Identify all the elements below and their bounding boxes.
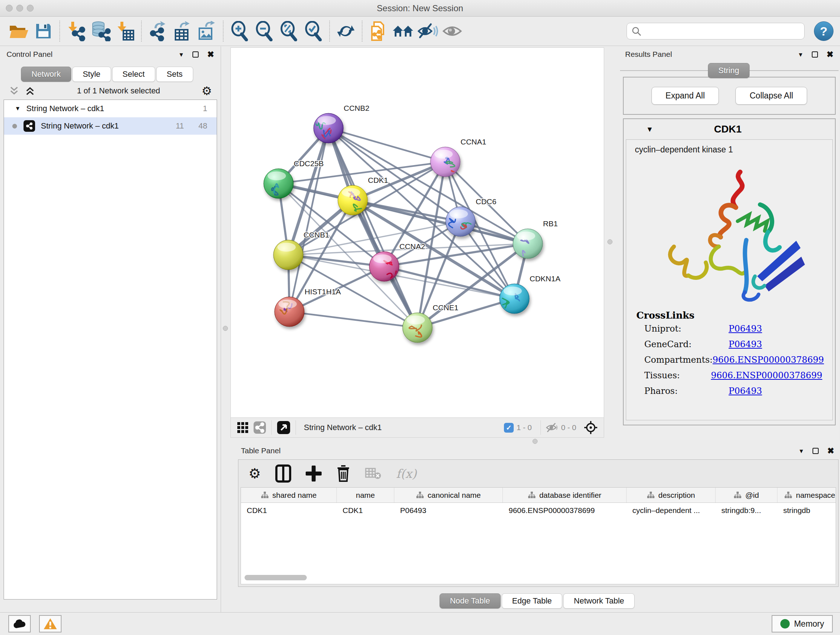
node-CDC6[interactable]: [446, 207, 475, 236]
node-CCNA2[interactable]: [369, 252, 399, 281]
crosslink-value-link[interactable]: P06493: [729, 339, 762, 349]
export-table-button[interactable]: [170, 19, 195, 43]
table-cell[interactable]: CDK1: [241, 503, 337, 519]
search-input[interactable]: [627, 23, 805, 40]
network-canvas[interactable]: CCNB2CCNA1CDC25BCDK1CDC6RB1CCNB1CCNA2CDK…: [231, 48, 604, 418]
table-row[interactable]: CDK1CDK1P064939606.ENSP00000378699cyclin…: [241, 503, 836, 519]
hidden-eye-slash-icon[interactable]: [546, 423, 558, 432]
zoom-selected-button[interactable]: [301, 19, 325, 43]
column-header-namespace[interactable]: namespace: [777, 488, 836, 502]
birdseye-view-icon[interactable]: [277, 421, 291, 434]
tab-network-table[interactable]: Network Table: [563, 593, 635, 608]
delete-table-icon[interactable]: [365, 467, 382, 480]
collapse-all-icon[interactable]: [9, 86, 19, 96]
copy-network-button[interactable]: [366, 19, 391, 43]
crosshair-icon[interactable]: [584, 420, 598, 435]
column-header-database-identifier[interactable]: database identifier: [503, 488, 627, 502]
grid-view-icon[interactable]: [237, 421, 249, 434]
import-network-database-button[interactable]: [88, 19, 113, 43]
hide-selected-button[interactable]: [415, 19, 440, 43]
zoom-out-button[interactable]: [252, 19, 276, 43]
memory-button[interactable]: Memory: [772, 615, 833, 632]
gear-icon[interactable]: ⚙: [248, 467, 261, 480]
zoom-in-button[interactable]: [227, 19, 252, 43]
gear-icon[interactable]: ⚙: [202, 85, 212, 97]
minimize-window-icon[interactable]: [16, 5, 23, 11]
float-panel-icon[interactable]: [193, 51, 199, 57]
column-header-description[interactable]: description: [627, 488, 715, 502]
tab-network[interactable]: Network: [21, 67, 71, 82]
tab-select[interactable]: Select: [112, 67, 155, 82]
tab-sets[interactable]: Sets: [156, 67, 193, 82]
table-cell[interactable]: stringdb:9...: [715, 503, 777, 519]
network-collection-row[interactable]: ▼ String Network – cdk1 1: [4, 100, 217, 117]
crosslink-value-link[interactable]: P06493: [729, 324, 762, 334]
function-builder-icon[interactable]: f(x): [396, 467, 417, 481]
horizontal-scrollbar[interactable]: [245, 575, 307, 580]
add-icon[interactable]: [306, 466, 322, 481]
expand-all-button[interactable]: Expand All: [652, 87, 719, 105]
node-table[interactable]: shared namenamecanonical namedatabase id…: [240, 487, 836, 584]
columns-icon[interactable]: [275, 464, 291, 483]
table-cell[interactable]: CDK1: [337, 503, 394, 519]
table-cell[interactable]: P06493: [394, 503, 503, 519]
close-panel-icon[interactable]: ✖: [827, 446, 834, 456]
close-panel-icon[interactable]: ✖: [827, 50, 834, 59]
houses-button[interactable]: [391, 19, 415, 43]
network-row[interactable]: String Network – cdk1 11 48: [4, 117, 217, 135]
network-share-icon[interactable]: [253, 421, 266, 434]
tab-edge-table[interactable]: Edge Table: [502, 593, 562, 608]
node-RB1[interactable]: [513, 229, 543, 262]
node-HIST1H1A[interactable]: [275, 297, 304, 326]
collapse-all-button[interactable]: Collapse All: [736, 87, 807, 105]
cloud-button[interactable]: [8, 615, 31, 632]
tab-node-table[interactable]: Node Table: [439, 593, 501, 608]
node-CCNE1[interactable]: [403, 313, 432, 342]
node-CDC25B[interactable]: [264, 169, 294, 198]
close-window-icon[interactable]: [6, 5, 13, 11]
traffic-lights[interactable]: [6, 5, 34, 11]
node-CCNB1[interactable]: [273, 240, 303, 270]
crosslink-value-link[interactable]: 9606.ENSP00000378699: [713, 355, 824, 365]
refresh-layout-button[interactable]: [333, 19, 358, 43]
node-CDK1[interactable]: [338, 185, 368, 215]
maximize-window-icon[interactable]: [27, 5, 34, 11]
zoom-fit-button[interactable]: [276, 19, 301, 43]
node-CDKN1A[interactable]: [500, 284, 529, 314]
panel-menu-icon[interactable]: ▾: [799, 447, 803, 455]
node-CCNB2[interactable]: [314, 113, 343, 143]
float-panel-icon[interactable]: [812, 51, 818, 57]
network-edges[interactable]: [279, 128, 528, 328]
close-panel-icon[interactable]: ✖: [207, 50, 214, 59]
show-all-button[interactable]: [440, 19, 464, 43]
tab-string[interactable]: String: [708, 63, 750, 78]
table-cell[interactable]: 9606.ENSP00000378699: [503, 503, 627, 519]
column-header--id[interactable]: @id: [715, 488, 777, 502]
panel-menu-icon[interactable]: ▾: [799, 50, 802, 59]
export-network-button[interactable]: [145, 19, 170, 43]
import-table-button[interactable]: [113, 19, 137, 43]
panel-menu-icon[interactable]: ▾: [180, 50, 183, 59]
import-network-file-button[interactable]: [64, 19, 88, 43]
vertical-splitter-handle[interactable]: [223, 326, 228, 331]
column-header-name[interactable]: name: [337, 488, 394, 502]
open-session-button[interactable]: [6, 19, 31, 43]
trash-icon[interactable]: [336, 465, 351, 482]
float-panel-icon[interactable]: [813, 448, 819, 454]
horizontal-splitter-handle[interactable]: [532, 439, 538, 444]
collapse-card-icon[interactable]: ▼: [646, 125, 653, 134]
table-cell[interactable]: stringdb: [777, 503, 836, 519]
save-session-button[interactable]: [31, 19, 56, 43]
network-graph[interactable]: CCNB2CCNA1CDC25BCDK1CDC6RB1CCNB1CCNA2CDK…: [231, 48, 604, 417]
collection-caret-icon[interactable]: ▼: [15, 105, 21, 112]
crosslink-value-link[interactable]: P06493: [729, 386, 762, 396]
vertical-splitter-handle[interactable]: [607, 239, 613, 244]
help-button[interactable]: ?: [814, 21, 834, 41]
column-header-canonical-name[interactable]: canonical name: [394, 488, 503, 502]
crosslink-value-link[interactable]: 9606.ENSP00000378699: [711, 371, 822, 380]
column-header-shared-name[interactable]: shared name: [241, 488, 337, 502]
expand-all-icon[interactable]: [25, 86, 35, 96]
table-cell[interactable]: cyclin–dependent ...: [627, 503, 715, 519]
tab-style[interactable]: Style: [73, 67, 111, 82]
warning-button[interactable]: [39, 615, 62, 632]
